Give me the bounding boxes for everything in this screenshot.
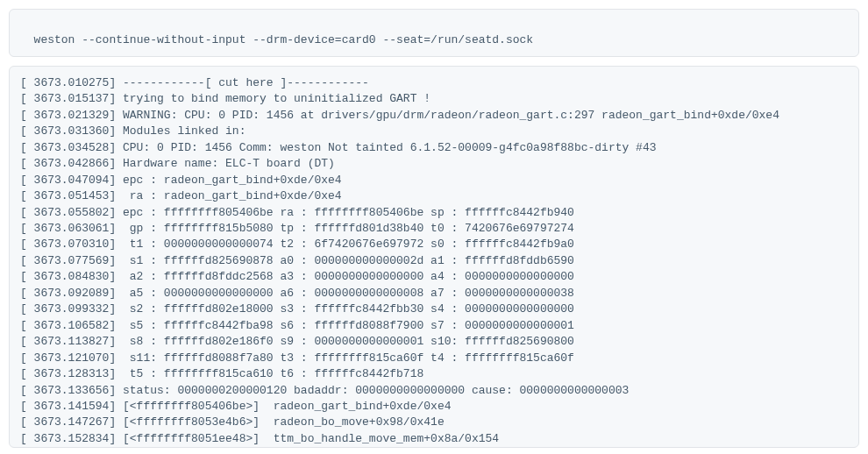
log-line: [ 3673.042866] Hardware name: ELC-T boar… <box>20 156 848 172</box>
log-line: [ 3673.113827] s8 : ffffffd802e186f0 s9 … <box>20 334 848 350</box>
log-line: [ 3673.051453] ra : radeon_gart_bind+0xd… <box>20 188 848 204</box>
log-line: [ 3673.021329] WARNING: CPU: 0 PID: 1456… <box>20 108 848 124</box>
log-line: [ 3673.092089] a5 : 0000000000000000 a6 … <box>20 286 848 301</box>
command-block: weston --continue-without-input --drm-de… <box>9 9 859 57</box>
log-line: [ 3673.084830] a2 : ffffffd8fddc2568 a3 … <box>20 269 848 285</box>
command-text: weston --continue-without-input --drm-de… <box>34 33 534 46</box>
log-line: [ 3673.099332] s2 : ffffffd802e18000 s3 … <box>20 301 848 317</box>
log-line: [ 3673.010275] ------------[ cut here ]-… <box>20 75 848 91</box>
log-line: [ 3673.121070] s11: ffffffd8088f7a80 t3 … <box>20 351 848 366</box>
log-line: [ 3673.055802] epc : ffffffff805406be ra… <box>20 205 848 221</box>
log-line: [ 3673.063061] gp : ffffffff815b5080 tp … <box>20 221 848 237</box>
log-line: [ 3673.015137] trying to bind memory to … <box>20 91 848 107</box>
log-line: [ 3673.070310] t1 : 0000000000000074 t2 … <box>20 237 848 252</box>
log-line: [ 3673.047094] epc : radeon_gart_bind+0x… <box>20 173 848 188</box>
log-line: [ 3673.077569] s1 : ffffffd825690878 a0 … <box>20 253 848 269</box>
log-line: [ 3673.133656] status: 0000000200000120 … <box>20 383 848 399</box>
log-line: [ 3673.147267] [<ffffffff8053e4b6>] rade… <box>20 415 848 430</box>
log-line: [ 3673.128313] t5 : ffffffff815ca610 t6 … <box>20 366 848 382</box>
log-line: [ 3673.141594] [<ffffffff805406be>] rade… <box>20 399 848 415</box>
log-line: [ 3673.152834] [<ffffffff8051ee48>] ttm_… <box>20 431 848 447</box>
log-line: [ 3673.034528] CPU: 0 PID: 1456 Comm: we… <box>20 140 848 156</box>
log-line: [ 3673.106582] s5 : ffffffc8442fba98 s6 … <box>20 318 848 334</box>
log-line: [ 3673.031360] Modules linked in: <box>20 124 848 139</box>
kernel-log-block: [ 3673.010275] ------------[ cut here ]-… <box>9 66 859 448</box>
